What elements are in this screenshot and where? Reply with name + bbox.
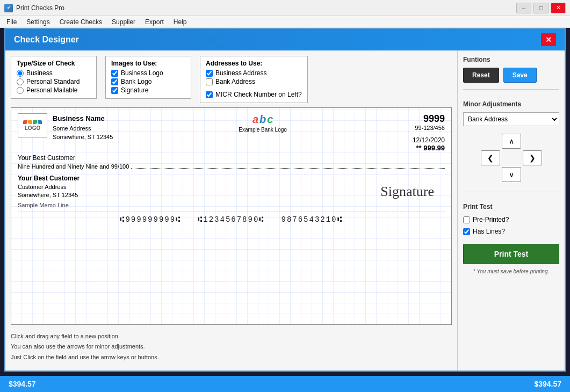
type-size-group: Type/Size of Check Business Personal Sta… [11,56,97,99]
check-designer-dialog: Check Designer ✕ Type/Size of Check Busi… [4,28,566,372]
business-city: Somewhere, ST 12345 [53,133,113,142]
payee-address-name: Your Best Customer [18,174,80,183]
menu-settings[interactable]: Settings [22,17,54,27]
instruction-1: Click and drag any field to a new positi… [11,331,452,342]
checkbox-business-logo[interactable]: Business Logo [111,69,185,77]
check-number: 9999 [413,113,445,125]
print-test-button[interactable]: Print Test [463,244,559,264]
abc-b: b [259,113,266,126]
checkbox-business-address[interactable]: Business Address [206,69,302,77]
menu-bar: File Settings Create Checks Supplier Exp… [0,16,570,28]
arrow-empty-tl [481,134,500,149]
checkbox-bank-logo[interactable]: Bank Logo [111,78,185,85]
pay-to-line: Your Best Customer [18,154,445,162]
status-left-amount: $394.57 [9,380,36,388]
check-amount: ** 999.99 [413,144,445,152]
payee-address-line2: Somewhere, ST 12345 [18,191,80,199]
checkbox-bank-address[interactable]: Bank Address [206,78,302,85]
status-right-amount: $394.57 [534,380,561,388]
abc-a: a [252,113,258,126]
memo-line: Sample Memo Line [18,202,445,208]
arrow-left-button[interactable]: ❮ [481,150,500,165]
minimize-button[interactable]: – [516,3,531,13]
print-test-checkboxes: Pre-Printed? Has Lines? [463,215,559,236]
arrow-pad: ∧ ❮ ❯ ∨ [481,134,542,182]
dialog-header: Check Designer ✕ [5,29,565,50]
app-icon: ✔ [4,4,13,12]
arrow-right-button[interactable]: ❯ [523,150,542,165]
bank-logo-area: a b c Example Bank Logo [239,113,287,133]
minor-adjustments-label: Minor Adjustments [463,100,559,108]
window-close-button[interactable]: ✕ [551,3,566,13]
save-button[interactable]: Save [503,68,537,83]
instructions: Click and drag any field to a new positi… [11,329,452,365]
checkbox-preprinted[interactable]: Pre-Printed? [463,216,559,223]
window-controls: – □ ✕ [516,3,566,13]
title-bar: ✔ Print Checks Pro – □ ✕ [0,0,570,16]
business-name: Business Name [53,113,113,124]
business-info: Business Name Some Address Somewhere, ST… [53,113,113,142]
abc-c: c [267,113,273,126]
dialog-close-button[interactable]: ✕ [541,33,556,46]
micr-text: ⑆999999999⑆ ⑆1234567890⑆ 9876543210⑆ [120,215,342,224]
radio-business[interactable]: Business [17,69,91,77]
menu-help[interactable]: Help [169,17,191,27]
type-size-label: Type/Size of Check [17,60,91,67]
check-footer: Your Best Customer Customer Address Some… [18,174,445,200]
radio-personal-mailable[interactable]: Personal Mailable [17,86,91,94]
check-inner: LOGO Business Name Some Address Somewher… [11,108,451,324]
check-date: 12/12/2020 [413,136,445,144]
menu-supplier[interactable]: Supplier [107,17,140,27]
dialog-title: Check Designer [14,35,79,45]
business-logo: LOGO [18,113,47,137]
arrow-empty-tr [523,134,542,149]
payee-name: Your Best Customer [18,154,75,162]
bank-logo-abc: a b c [239,113,287,126]
addresses-to-use-group: Addresses to Use: Business Address Bank … [200,56,308,103]
instruction-3: Just Click on the field and use the arro… [11,352,452,363]
checkbox-has-lines[interactable]: Has Lines? [463,228,559,235]
preprinted-label: Pre-Printed? [473,216,509,223]
menu-create-checks[interactable]: Create Checks [55,17,106,27]
arrow-center [502,150,521,165]
arrow-up-button[interactable]: ∧ [502,134,521,149]
reset-button[interactable]: Reset [463,68,499,83]
save-notice: * You must save before printing. [463,268,559,274]
dialog-body: Type/Size of Check Business Personal Sta… [5,50,565,371]
written-amount: Nine Hundred and Ninety Nine and 99/100 [18,163,129,170]
menu-file[interactable]: File [2,17,21,27]
signature: Signature [380,184,445,200]
checkbox-micr[interactable]: MICR Check Number on Left? [206,91,302,98]
checkbox-signature[interactable]: Signature [111,86,185,94]
check-number-area: 9999 99-123/456 12/12/2020 ** 999.99 [413,113,445,152]
logo-text: LOGO [25,125,40,131]
business-address: Some Address [53,124,113,133]
dialog-right-panel: Funtions Reset Save Minor Adjustments Ba… [457,50,565,371]
status-bar: $394.57 $394.57 [0,376,570,392]
radio-personal-standard[interactable]: Personal Standard [17,78,91,85]
routing-info: 99-123/456 [413,125,445,131]
instruction-2: You can also use the arrows for minor ad… [11,342,452,352]
payee-address-line1: Customer Address [18,183,80,191]
dialog-left-panel: Type/Size of Check Business Personal Sta… [5,50,457,371]
check-business-section: LOGO Business Name Some Address Somewher… [18,113,113,142]
micr-line: ⑆999999999⑆ ⑆1234567890⑆ 9876543210⑆ [18,212,445,224]
images-to-use-group: Images to Use: Business Logo Bank Logo S… [105,56,191,99]
addresses-to-use-label: Addresses to Use: [206,60,302,67]
functions-label: Funtions [463,56,559,63]
options-row: Type/Size of Check Business Personal Sta… [11,56,452,103]
images-to-use-label: Images to Use: [111,60,185,67]
arrow-empty-bl [481,167,500,182]
menu-export[interactable]: Export [141,17,168,27]
arrow-down-button[interactable]: ∨ [502,167,521,182]
minor-adj-dropdown[interactable]: Bank Address Business Address Business N… [463,112,559,126]
app-title: Print Checks Pro [16,4,513,12]
written-amount-line: Nine Hundred and Ninety Nine and 99/100 [18,163,445,170]
maximize-button[interactable]: □ [533,3,549,13]
print-test-label: Print Test [463,203,559,210]
check-preview[interactable]: LOGO Business Name Some Address Somewher… [11,107,452,325]
payee-address: Your Best Customer Customer Address Some… [18,174,80,200]
arrow-empty-br [523,167,542,182]
has-lines-label: Has Lines? [473,228,505,235]
functions-buttons: Reset Save [463,68,559,83]
